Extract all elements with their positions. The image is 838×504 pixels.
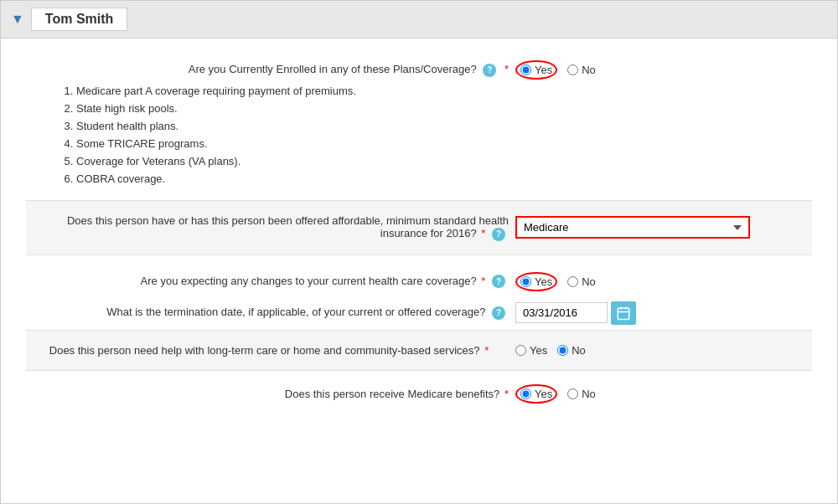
termination-help-icon[interactable]: ? bbox=[492, 306, 505, 320]
person-header: ▼ Tom Smith bbox=[1, 1, 837, 39]
enrolled-yes-radio[interactable] bbox=[520, 64, 531, 75]
longterm-no-radio[interactable] bbox=[557, 345, 568, 356]
offered-required: * bbox=[481, 227, 485, 239]
enrolled-label: Are you Currently Enrolled in any of the… bbox=[26, 55, 512, 85]
longterm-required: * bbox=[484, 344, 489, 357]
chevron-icon[interactable]: ▼ bbox=[11, 12, 24, 27]
changes-no-option[interactable]: No bbox=[567, 275, 596, 288]
termination-question-row: What is the termination date, if applica… bbox=[26, 296, 812, 330]
enrolled-required: * bbox=[504, 63, 509, 75]
form-content: Are you Currently Enrolled in any of the… bbox=[1, 39, 837, 425]
offered-help-icon[interactable]: ? bbox=[492, 228, 505, 241]
enrolled-help-icon[interactable]: ? bbox=[483, 64, 496, 77]
changes-question-row: Are you expecting any changes to your cu… bbox=[26, 267, 812, 296]
medicare-question-row: Does this person receive Medicare benefi… bbox=[26, 379, 812, 409]
svg-rect-0 bbox=[618, 308, 629, 320]
medicare-yes-option[interactable]: Yes bbox=[515, 384, 557, 404]
changes-yes-option[interactable]: Yes bbox=[515, 272, 557, 291]
offered-label: Does this person have or has this person… bbox=[26, 209, 512, 246]
changes-required: * bbox=[481, 275, 485, 287]
medicare-required: * bbox=[504, 388, 509, 400]
changes-label: Are you expecting any changes to your cu… bbox=[26, 267, 512, 296]
enrolled-no-option[interactable]: No bbox=[567, 64, 596, 76]
longterm-no-option[interactable]: No bbox=[557, 344, 586, 357]
list-item: COBRA coverage. bbox=[76, 172, 812, 185]
list-item: Some TRICARE programs. bbox=[76, 137, 812, 150]
enrolled-yes-option[interactable]: Yes bbox=[515, 60, 557, 80]
enrolled-question-row: Are you Currently Enrolled in any of the… bbox=[26, 55, 812, 85]
medicare-no-option[interactable]: No bbox=[567, 388, 596, 400]
longterm-radio-group: Yes No bbox=[515, 344, 809, 357]
medicare-radio-group: Yes No bbox=[515, 384, 809, 404]
termination-date-input[interactable] bbox=[515, 302, 608, 323]
longterm-section: Does this person need help with long-ter… bbox=[26, 330, 812, 371]
person-name: Tom Smith bbox=[31, 8, 127, 31]
calendar-icon[interactable] bbox=[611, 301, 636, 325]
offered-question-row: Does this person have or has this person… bbox=[26, 209, 812, 246]
longterm-yes-radio[interactable] bbox=[515, 345, 526, 356]
enrolled-no-radio[interactable] bbox=[567, 64, 578, 75]
longterm-label: Does this person need help with long-ter… bbox=[26, 339, 512, 362]
changes-help-icon[interactable]: ? bbox=[492, 275, 505, 288]
main-container: ▼ Tom Smith Are you Currently Enrolled i… bbox=[0, 0, 838, 504]
list-item: Coverage for Veterans (VA plans). bbox=[76, 155, 812, 167]
medicare-label: Does this person receive Medicare benefi… bbox=[26, 379, 512, 409]
changes-yes-radio[interactable] bbox=[520, 276, 531, 287]
medicare-yes-radio[interactable] bbox=[520, 388, 531, 399]
medicare-no-radio[interactable] bbox=[567, 388, 578, 399]
list-item: Student health plans. bbox=[76, 120, 812, 132]
longterm-yes-option[interactable]: Yes bbox=[515, 344, 547, 357]
termination-date-group bbox=[515, 301, 809, 325]
list-item: State high risk pools. bbox=[76, 102, 812, 115]
offered-section: Does this person have or has this person… bbox=[26, 200, 812, 255]
list-item: Medicare part A coverage requiring payme… bbox=[76, 85, 812, 97]
longterm-question-row: Does this person need help with long-ter… bbox=[26, 339, 812, 362]
termination-label: What is the termination date, if applica… bbox=[26, 296, 512, 330]
changes-no-radio[interactable] bbox=[567, 276, 578, 287]
offered-select[interactable]: Medicare Employer Coverage Other bbox=[515, 216, 750, 239]
changes-radio-group: Yes No bbox=[515, 272, 809, 291]
coverage-list: Medicare part A coverage requiring payme… bbox=[26, 85, 812, 185]
enrolled-radio-group: Yes No bbox=[515, 60, 809, 80]
